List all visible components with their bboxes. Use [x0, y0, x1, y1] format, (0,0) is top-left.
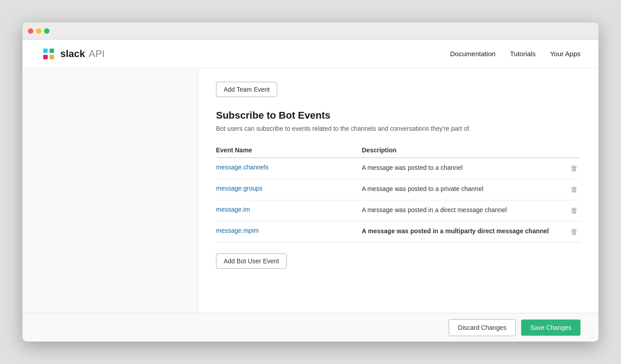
- minimize-button[interactable]: [36, 28, 41, 34]
- event-description: A message was posted in a direct message…: [362, 206, 507, 213]
- table-row: message.groupsA message was posted to a …: [216, 179, 580, 200]
- svg-rect-2: [43, 55, 48, 59]
- svg-rect-1: [50, 49, 54, 53]
- delete-event-button[interactable]: 🗑: [568, 185, 580, 195]
- table-header-description: Description: [362, 143, 562, 158]
- close-button[interactable]: [28, 28, 33, 34]
- trash-icon: 🗑: [571, 186, 578, 193]
- table-header-action: [562, 143, 581, 158]
- sidebar: [22, 68, 198, 313]
- trash-icon: 🗑: [571, 207, 578, 214]
- table-header-event-name: Event Name: [216, 143, 362, 158]
- subscribe-section-desc: Bot users can subscribe to events relate…: [216, 125, 580, 132]
- footer: Discard Changes Save Changes: [22, 313, 598, 342]
- traffic-lights: [28, 28, 50, 34]
- save-changes-button[interactable]: Save Changes: [521, 320, 580, 336]
- table-row: message.mpimA message was posted in a mu…: [216, 222, 580, 243]
- logo-slack-text: slack: [60, 48, 85, 60]
- logo: slackAPI: [40, 46, 105, 62]
- app-window: slackAPI Documentation Tutorials Your Ap…: [22, 22, 598, 342]
- svg-rect-3: [50, 55, 54, 59]
- trash-icon: 🗑: [571, 228, 578, 235]
- nav-documentation[interactable]: Documentation: [450, 50, 495, 58]
- maximize-button[interactable]: [44, 28, 50, 34]
- main-area: Add Team Event Subscribe to Bot Events B…: [22, 68, 598, 313]
- event-description: A message was posted to a channel: [362, 164, 463, 171]
- discard-changes-button[interactable]: Discard Changes: [449, 319, 516, 336]
- nav-links: Documentation Tutorials Your Apps: [450, 50, 580, 58]
- trash-icon: 🗑: [571, 164, 578, 172]
- delete-event-button[interactable]: 🗑: [568, 227, 580, 237]
- logo-api-text: API: [89, 48, 104, 60]
- content-area: Add Team Event Subscribe to Bot Events B…: [198, 68, 598, 313]
- event-description: A message was posted in a multiparty dir…: [362, 227, 549, 235]
- nav-tutorials[interactable]: Tutorials: [510, 50, 536, 58]
- event-name-link[interactable]: message.groups: [216, 185, 263, 192]
- add-bot-user-event-button[interactable]: Add Bot User Event: [216, 253, 287, 269]
- table-row: message.imA message was posted in a dire…: [216, 200, 580, 222]
- svg-rect-0: [43, 49, 48, 53]
- event-name-link[interactable]: message.mpim: [216, 227, 259, 234]
- table-row: message.channelsA message was posted to …: [216, 158, 580, 179]
- delete-event-button[interactable]: 🗑: [568, 164, 580, 173]
- navbar: slackAPI Documentation Tutorials Your Ap…: [22, 40, 598, 68]
- event-name-link[interactable]: message.channels: [216, 164, 269, 171]
- bot-events-table: Event Name Description message.channelsA…: [216, 143, 580, 243]
- title-bar: [22, 22, 598, 40]
- subscribe-section-title: Subscribe to Bot Events: [216, 110, 580, 121]
- event-name-link[interactable]: message.im: [216, 206, 250, 213]
- delete-event-button[interactable]: 🗑: [568, 206, 580, 216]
- event-description: A message was posted to a private channe…: [362, 185, 483, 192]
- slack-logo-icon: [40, 46, 57, 62]
- nav-your-apps[interactable]: Your Apps: [550, 50, 580, 58]
- add-team-event-button[interactable]: Add Team Event: [216, 82, 277, 97]
